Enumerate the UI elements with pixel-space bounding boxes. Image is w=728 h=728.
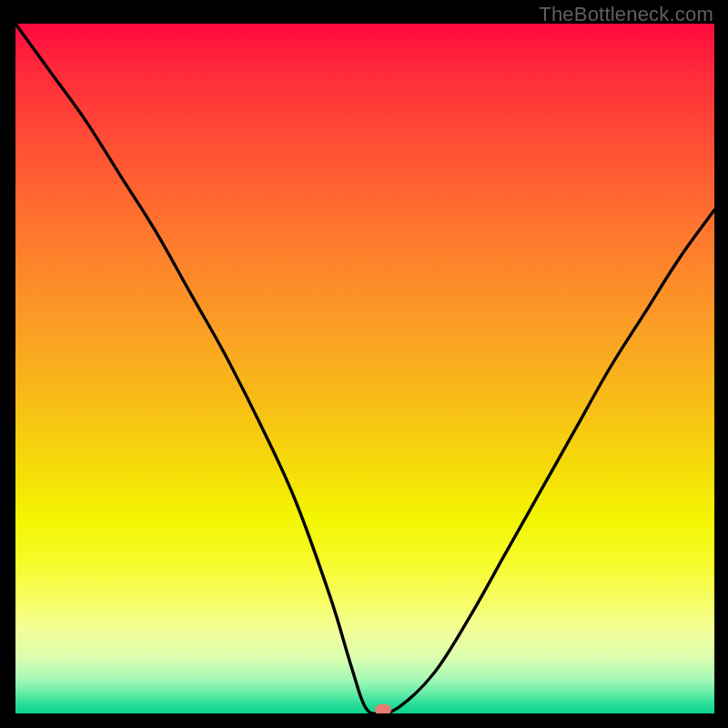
chart-frame: TheBottleneck.com	[0, 0, 728, 728]
watermark-text: TheBottleneck.com	[539, 3, 713, 26]
bottleneck-curve	[15, 24, 714, 713]
plot-area	[15, 24, 714, 713]
optimum-marker-icon	[375, 704, 391, 713]
